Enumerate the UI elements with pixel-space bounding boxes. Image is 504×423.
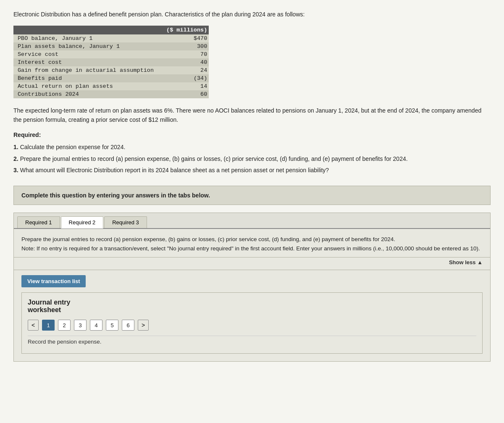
pagination-row: < 123456> bbox=[28, 320, 476, 331]
table-row: Actual return on plan assets14 bbox=[13, 82, 209, 90]
page-num-6[interactable]: 6 bbox=[122, 320, 134, 331]
page-num-1[interactable]: 1 bbox=[42, 320, 55, 331]
tab-content: Prepare the journal entries to record (a… bbox=[14, 229, 490, 257]
table-row: Plan assets balance, January 1300 bbox=[13, 42, 209, 50]
page-num-4[interactable]: 4 bbox=[90, 320, 102, 331]
required-heading: Required: bbox=[13, 131, 491, 138]
tabs-container: Required 1Required 2Required 3 Prepare t… bbox=[13, 213, 491, 362]
table-row: Benefits paid(34) bbox=[13, 74, 209, 82]
table-cell-label: Gain from change in actuarial assumption bbox=[13, 66, 162, 74]
table-cell-value: 60 bbox=[162, 90, 209, 98]
table-value-header: ($ millions) bbox=[162, 26, 209, 34]
list-item: 1.Calculate the pension expense for 2024… bbox=[13, 142, 491, 152]
req-num: 1. bbox=[13, 144, 18, 150]
tab-content-line1: Prepare the journal entries to record (a… bbox=[21, 235, 483, 244]
list-item: 2.Prepare the journal entries to record … bbox=[13, 154, 491, 164]
table-cell-label: Contributions 2024 bbox=[13, 90, 162, 98]
table-cell-label: Interest cost bbox=[13, 58, 162, 66]
journal-worksheet: Journal entry worksheet < 123456> Record… bbox=[21, 292, 483, 354]
tab-required-2[interactable]: Required 2 bbox=[61, 216, 104, 229]
list-item: 3.What amount will Electronic Distributi… bbox=[13, 166, 491, 176]
table-cell-value: 300 bbox=[162, 42, 209, 50]
table-cell-value: 24 bbox=[162, 66, 209, 74]
tabs-row: Required 1Required 2Required 3 bbox=[14, 213, 490, 229]
table-cell-value: $470 bbox=[162, 34, 209, 42]
show-less-button[interactable]: Show less ▲ bbox=[449, 259, 483, 265]
next-page-button[interactable]: > bbox=[138, 320, 149, 331]
table-row: Service cost70 bbox=[13, 50, 209, 58]
table-label-header bbox=[13, 26, 162, 34]
show-less-row: Show less ▲ bbox=[14, 257, 490, 270]
page-num-3[interactable]: 3 bbox=[74, 320, 87, 331]
table-cell-label: Actual return on plan assets bbox=[13, 82, 162, 90]
complete-box-title: Complete this question by entering your … bbox=[21, 192, 483, 199]
complete-box: Complete this question by entering your … bbox=[13, 186, 491, 205]
characteristics-table: ($ millions) PBO balance, January 1$470P… bbox=[13, 26, 209, 98]
table-cell-value: 40 bbox=[162, 58, 209, 66]
table-row: PBO balance, January 1$470 bbox=[13, 34, 209, 42]
table-cell-value: (34) bbox=[162, 74, 209, 82]
table-cell-label: Service cost bbox=[13, 50, 162, 58]
tab-content-line2: Note: If no entry is required for a tran… bbox=[21, 244, 483, 253]
prev-page-button[interactable]: < bbox=[28, 320, 39, 331]
req-num: 2. bbox=[13, 155, 18, 162]
table-cell-value: 14 bbox=[162, 82, 209, 90]
table-row: Contributions 202460 bbox=[13, 90, 209, 98]
intro-text: Electronic Distribution has a defined be… bbox=[13, 10, 491, 19]
table-cell-label: Benefits paid bbox=[13, 74, 162, 82]
table-cell-label: PBO balance, January 1 bbox=[13, 34, 162, 42]
page-num-2[interactable]: 2 bbox=[58, 320, 71, 331]
table-row: Gain from change in actuarial assumption… bbox=[13, 66, 209, 74]
record-pension-label: Record the pension expense. bbox=[28, 336, 476, 347]
view-transaction-area: View transaction list bbox=[14, 270, 490, 292]
requirements-list: 1.Calculate the pension expense for 2024… bbox=[13, 142, 491, 176]
journal-title: Journal entry worksheet bbox=[28, 299, 476, 314]
table-cell-label: Plan assets balance, January 1 bbox=[13, 42, 162, 50]
description-text: The expected long-term rate of return on… bbox=[13, 106, 491, 125]
tab-required-3[interactable]: Required 3 bbox=[104, 216, 147, 228]
tab-required-1[interactable]: Required 1 bbox=[17, 216, 60, 228]
table-cell-value: 70 bbox=[162, 50, 209, 58]
view-transaction-button[interactable]: View transaction list bbox=[21, 275, 86, 287]
table-row: Interest cost40 bbox=[13, 58, 209, 66]
req-num: 3. bbox=[13, 167, 18, 173]
page-num-5[interactable]: 5 bbox=[106, 320, 118, 331]
